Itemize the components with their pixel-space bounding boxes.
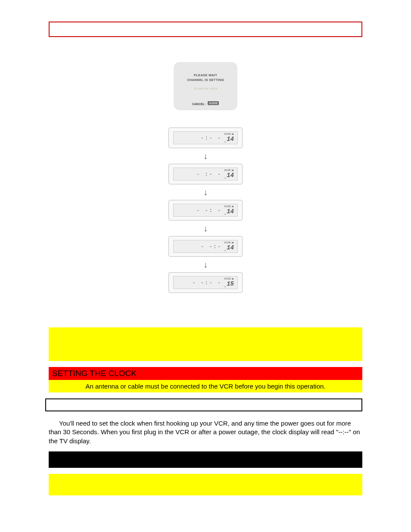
lcd-display: -:- - VCR□■ a14 [168,128,243,148]
tv-text-line1: PLEASE WAIT [174,73,237,78]
yellow-block-bottom [49,474,362,495]
red-outline-box [49,22,362,37]
lcd-right: VCR□■ a14 [224,133,234,143]
lcd-sub: a [224,249,226,252]
arrow-down-icon: ↓ [167,222,244,234]
yellow-block [49,327,362,361]
lcd-time: -:- - [201,135,222,141]
lcd-num: 14 [227,208,234,215]
black-outline-box [45,398,362,411]
lcd-sub: a [224,140,226,143]
lcd-inner: - -:- VCR□■ a14 [173,240,238,253]
section-header: SETTING THE CLOCK [49,367,362,380]
lcd-right: VCR□■ a14 [224,241,234,252]
lcd-time: - :- - [196,171,222,177]
tv-bottom-row: CANCEL: GUIDE [174,99,237,107]
lcd-display: - -: - VCR□■ a14 [168,200,243,221]
arrow-down-icon: ↓ [167,186,244,198]
lcd-sub: a [224,213,226,215]
lcd-num: 15 [227,280,234,287]
lcd-num: 14 [227,172,234,179]
arrow-down-icon: ↓ [167,258,244,271]
antenna-note: An antenna or cable must be connected to… [49,380,362,392]
tv-text-line2: CHANNEL IS SETTING [174,78,237,83]
lcd-sequence: -:- - VCR□■ a14 ↓ - :- - VCR□■ a14 ↓ - -… [167,128,244,293]
lcd-display: - -:- VCR□■ a14 [168,236,243,257]
tv-screen-figure: PLEASE WAIT CHANNEL IS SETTING To set th… [174,62,237,110]
tv-guide-button: GUIDE [208,101,219,105]
lcd-time: - -:- - [192,280,222,286]
lcd-time: - -: - [196,207,222,214]
lcd-sub: a [224,285,226,288]
lcd-display: - -:- - VCR□■ a15 [168,272,243,293]
lcd-right: VCR□■ a14 [224,169,234,179]
lcd-inner: -:- - VCR□■ a14 [173,131,238,144]
lcd-inner: - -:- - VCR□■ a15 [173,276,238,289]
lcd-inner: - -: - VCR□■ a14 [173,204,238,217]
lcd-right: VCR□■ a14 [224,205,234,215]
lcd-display: - :- - VCR□■ a14 [168,164,243,184]
lcd-num: 14 [227,244,234,251]
lcd-num: 14 [227,136,234,143]
tv-faded-text: To set the clock [174,87,237,90]
tv-cancel-label: CANCEL: [192,103,206,106]
lcd-time: - -:- [201,243,222,250]
lcd-inner: - :- - VCR□■ a14 [173,168,238,180]
lcd-sub: a [224,177,226,179]
arrow-down-icon: ↓ [167,150,244,162]
black-section [49,451,362,468]
body-paragraph: You'll need to set the clock when first … [49,419,362,445]
lcd-right: VCR□■ a15 [224,277,234,288]
